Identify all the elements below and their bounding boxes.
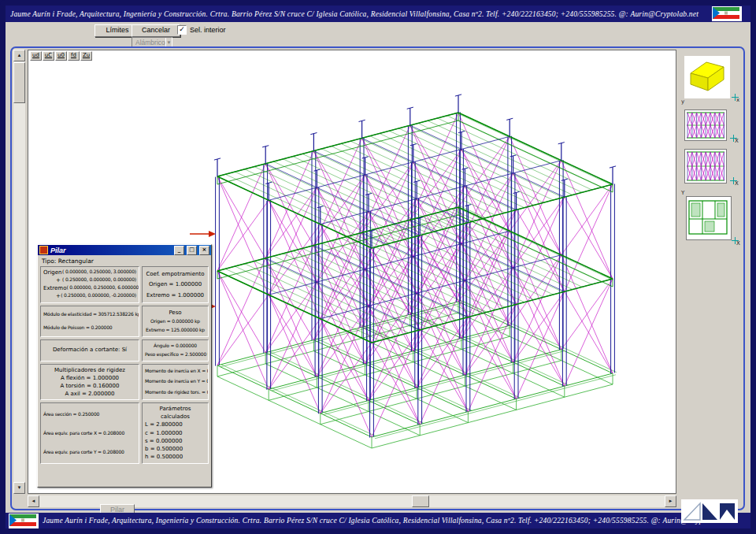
coef-empotramiento-box: Coef. empotramiento Origen = 1.000000 Ex… xyxy=(142,266,209,303)
peso-box: Peso Origen = 0.000000 kp Extremo = 125.… xyxy=(142,306,209,337)
view-shortcut-button-1[interactable]: ud xyxy=(30,51,42,61)
momento-inercia-y: Momento de inercia en Y = 0.005208 xyxy=(145,378,206,385)
view-shortcut-button-5[interactable]: Zu xyxy=(80,51,92,61)
pilar-dialog[interactable]: Pilar _ □ × Tipo: Rectangular Origen( 0.… xyxy=(37,244,212,488)
momento-inercia-x: Momento de inercia en X = 0.005208 xyxy=(145,368,206,375)
chevron-down-icon[interactable]: ▼ xyxy=(165,38,172,46)
scroll-down-icon[interactable]: ▼ xyxy=(13,482,25,494)
rigidez-box: Multiplicadores de rigidez A flexión = 1… xyxy=(40,364,139,401)
origen-label: Origen xyxy=(43,269,62,276)
parametro-s: s = 0.000000 xyxy=(145,437,206,445)
elevation-view-2 xyxy=(685,150,726,183)
elevation-view-thumbnail-1[interactable] xyxy=(684,109,727,141)
horizontal-scroll-thumb[interactable] xyxy=(412,495,429,507)
peso-especifico-value: Peso específico = 2.500000 t/m³ xyxy=(145,351,206,358)
angulo-value: Ángulo = 0.000000 xyxy=(145,343,206,350)
parametro-c: c = 1.000000 xyxy=(145,429,206,437)
axis-label-x: X xyxy=(735,138,739,144)
equatorial-guinea-flag-icon xyxy=(9,514,39,528)
deformacion-label: Deformación a cortante: Sí xyxy=(53,346,127,354)
parametros-box: Parámetros calculados L = 2.800000 c = 1… xyxy=(142,402,209,464)
floorplan-view-thumbnail[interactable] xyxy=(686,196,732,240)
axis-label-x: x xyxy=(736,97,739,103)
canvas-mini-toolbar: ud uC u0 fd Zu xyxy=(30,51,92,61)
scroll-right-icon[interactable]: ► xyxy=(665,495,676,507)
parametro-h: h = 0.500000 xyxy=(145,453,206,461)
iso-view-thumbnail[interactable] xyxy=(684,56,730,98)
deformacion-box: Deformación a cortante: Sí xyxy=(40,339,139,362)
left-vertical-scrollbar[interactable]: ▲ ▼ xyxy=(13,50,25,494)
extremo-value: ( 0.000000, 0.250000, 6.000000) xyxy=(66,284,139,292)
maximize-icon[interactable]: □ xyxy=(187,246,197,255)
app-window: Jaume Aurín i Frade, Arquitectura, Ingen… xyxy=(0,0,756,534)
angulo-box: Ángulo = 0.000000 Peso específico = 2.50… xyxy=(142,339,209,362)
parametro-L: L = 2.800000 xyxy=(145,421,206,428)
pilar-dialog-body: Tipo: Rectangular Origen( 0.000000, 0.25… xyxy=(38,255,211,468)
elevation-view-thumbnail-2[interactable] xyxy=(684,149,727,184)
scroll-left-icon[interactable]: ◄ xyxy=(28,495,39,507)
elevation-view-1 xyxy=(685,110,726,140)
rigidez-flexion: A flexión = 1.000000 xyxy=(43,374,136,382)
origen-plus-value: ( 0.250000, 0.000000, 0.000000) xyxy=(62,276,136,284)
modulo-elasticidad: Módulo de elasticidad = 305712.538226 kp… xyxy=(43,311,136,318)
close-icon[interactable]: × xyxy=(199,246,209,255)
axis-label-x: X xyxy=(736,240,740,247)
sel-interior-label: Sel. interior xyxy=(190,26,226,34)
pilar-dialog-title: Pilar xyxy=(50,247,172,254)
view-shortcut-button-2[interactable]: uC xyxy=(43,51,54,61)
axis-label-y: y xyxy=(681,98,684,105)
company-logo xyxy=(681,499,738,523)
alambrico-value: Alámbrico xyxy=(135,39,165,46)
scroll-up-icon[interactable]: ▲ xyxy=(13,50,25,61)
area-corte-y: Área equiv. para corte Y = 0.208000 xyxy=(43,449,136,456)
area-seccion: Área sección = 0.250000 xyxy=(43,411,136,418)
iso-view-icon xyxy=(684,56,730,98)
rigidez-axil: A axil = 2.000000 xyxy=(43,390,136,398)
coef-origen: Origen = 1.000000 xyxy=(145,280,206,288)
momentos-box: Momento de inercia en X = 0.005208 Momen… xyxy=(142,364,209,401)
parametro-b: b = 0.500000 xyxy=(145,445,206,453)
title-bar: Jaume Aurín i Frade, Arquitectura, Ingen… xyxy=(6,6,750,22)
footer-bar: Jaume Aurín i Frade, Arquitectura, Ingen… xyxy=(6,513,750,528)
view-shortcut-button-4[interactable]: fd xyxy=(68,51,80,61)
view-thumbnails-panel: y x X X Y X xyxy=(680,50,743,507)
tipo-label: Tipo: Rectangular xyxy=(42,258,209,265)
sel-interior-checkbox[interactable]: ✓ Sel. interior xyxy=(177,25,226,35)
areas-box: Área sección = 0.250000 Área equiv. para… xyxy=(40,402,139,464)
plus-label: + xyxy=(43,292,61,300)
geometry-box: Origen( 0.000000, 0.250000, 3.000000) +(… xyxy=(40,266,139,303)
pilar-dialog-titlebar[interactable]: Pilar _ □ × xyxy=(38,245,211,255)
equatorial-guinea-flag-icon xyxy=(712,6,742,21)
minimize-icon[interactable]: _ xyxy=(174,246,184,255)
header-text: Jaume Aurín i Frade, Arquitectura, Ingen… xyxy=(10,10,712,18)
pilar-dialog-icon xyxy=(39,246,48,254)
rigidez-torsion: A torsión = 0.160000 xyxy=(43,382,136,390)
footer-text: Jaume Aurín i Frade, Arquitectura, Ingen… xyxy=(43,517,747,525)
checkbox-check-icon[interactable]: ✓ xyxy=(177,25,187,35)
axis-label-x: X xyxy=(735,180,739,187)
extremo-plus-value: ( 0.250000, 0.000000, -0.200000) xyxy=(61,292,136,300)
peso-extremo: Extremo = 125.000000 kp xyxy=(145,327,206,334)
cancelar-button[interactable]: Cancelar xyxy=(132,24,180,37)
vertical-scroll-thumb[interactable] xyxy=(13,62,25,103)
axis-label-y: Y xyxy=(681,190,684,196)
coef-title: Coef. empotramiento xyxy=(145,270,206,278)
extremo-label: Extremo xyxy=(43,284,66,292)
area-corte-x: Área equiv. para corte X = 0.208000 xyxy=(43,430,136,437)
view-shortcut-button-3[interactable]: u0 xyxy=(55,51,67,61)
modulo-poisson: Módulo de Poisson = 0.200000 xyxy=(43,324,136,332)
plus-label: + xyxy=(43,276,61,284)
modulos-box: Módulo de elasticidad = 305712.538226 kp… xyxy=(40,306,139,337)
momento-rigidez-tors: Momento de rigidez tors. = 0.008750 xyxy=(145,389,206,396)
parametros-title: Parámetros calculados xyxy=(145,405,206,421)
floorplan-view xyxy=(687,197,731,239)
peso-title: Peso xyxy=(145,309,206,317)
rigidez-title: Multiplicadores de rigidez xyxy=(43,366,136,374)
peso-origen: Origen = 0.000000 kp xyxy=(145,318,206,325)
origen-value: ( 0.000000, 0.250000, 3.000000) xyxy=(62,269,136,276)
coef-extremo: Extremo = 1.000000 xyxy=(145,291,206,299)
